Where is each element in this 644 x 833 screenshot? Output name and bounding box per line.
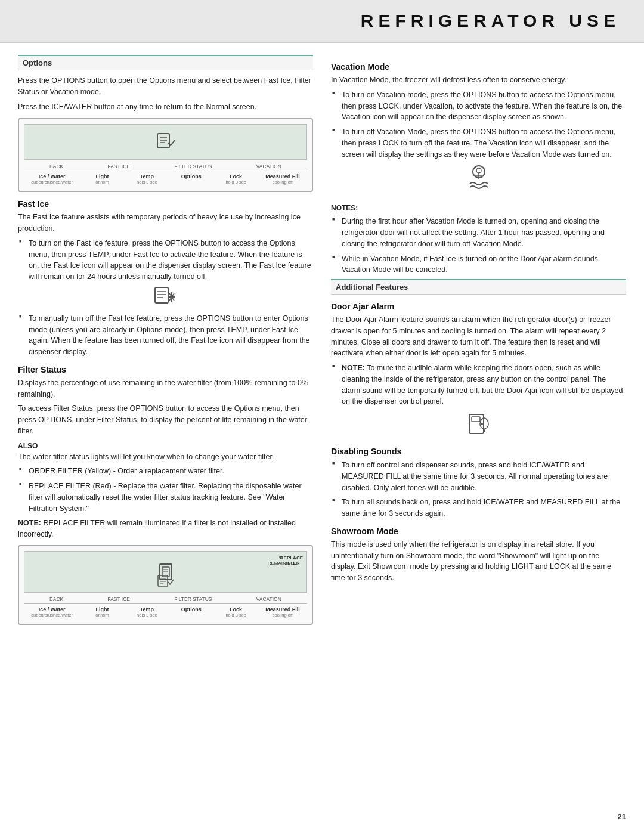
fast-ice-icon <box>155 132 177 151</box>
page-number: 21 <box>618 812 626 821</box>
svg-point-25 <box>481 423 483 425</box>
panel1-btn-measuredfill: Measured Fill cooling off <box>265 174 300 185</box>
door-ajar-bullets: NOTE: To mute the audible alarm while ke… <box>331 363 626 407</box>
options-section-title: Options <box>18 55 313 70</box>
page-title: REFRIGERATOR USE <box>24 11 620 31</box>
panel1-btn-light: Light on/dim <box>88 174 117 185</box>
svg-rect-24 <box>472 417 480 422</box>
panel1-btn-options: Options <box>177 174 206 185</box>
page-content: Options Press the OPTIONS button to open… <box>0 43 644 643</box>
panel1: BACK FAST ICE FILTER STATUS VACATION Ice… <box>18 118 313 192</box>
fast-ice-checklist-icon <box>154 286 178 308</box>
panel2-btn-icewater: Ice / Water cubed/crushed/water <box>31 606 73 618</box>
panel1-btn-temp: Temp hold 3 sec <box>132 174 162 185</box>
showroom-mode-para: This mode is used only when the refriger… <box>331 539 626 584</box>
filter-replace-bullet: REPLACE FILTER (Red) - Replace the water… <box>18 481 313 514</box>
disabling-sounds-bullet1: To turn off control and dispenser sounds… <box>331 460 626 493</box>
filter-status-para2: To access Filter Status, press the OPTIO… <box>18 403 313 436</box>
vacation-bullet2: To turn off Vacation Mode, press the OPT… <box>331 126 626 160</box>
right-column: Vacation Mode In Vacation Mode, the free… <box>331 55 626 631</box>
vacation-notes: During the first hour after Vacation Mod… <box>331 216 626 275</box>
panel1-labels-row: BACK FAST ICE FILTER STATUS VACATION <box>24 162 307 171</box>
panel2-btn-temp: Temp hold 3 sec <box>132 606 162 618</box>
options-para1: Press the OPTIONS button to open the Opt… <box>18 75 313 98</box>
fast-ice-title: Fast Ice <box>18 199 313 209</box>
filter-note: NOTE: REPLACE FILTER will remain illumin… <box>18 518 313 540</box>
disabling-sounds-bullets: To turn off control and dispenser sounds… <box>331 460 626 519</box>
panel1-label-filterstatus: FILTER STATUS <box>174 163 212 169</box>
svg-rect-4 <box>155 287 168 303</box>
fast-ice-bullets: To turn on the Fast Ice feature, press t… <box>18 238 313 283</box>
panel2-label-vacation: VACATION <box>256 596 281 602</box>
fast-ice-icon-center <box>18 286 313 309</box>
panel1-label-vacation: VACATION <box>256 163 281 169</box>
vacation-icon-area <box>331 165 626 199</box>
additional-features-title: Additional Features <box>331 279 626 295</box>
door-ajar-icon-area <box>331 412 626 439</box>
filter-status-bullets: ORDER FILTER (Yellow) - Order a replacem… <box>18 466 313 514</box>
vacation-icon <box>464 165 494 194</box>
door-ajar-para: The Door Ajar Alarm feature sounds an al… <box>331 314 626 359</box>
panel1-btn-lock: Lock hold 3 sec <box>221 174 251 185</box>
panel1-btn-icewater: Ice / Water cubed/crushed/water <box>31 174 73 185</box>
notes-label: NOTES: <box>331 204 358 212</box>
svg-point-20 <box>476 168 481 173</box>
panel2-btn-measuredfill: Measured Fill cooling off <box>265 606 300 618</box>
panel1-buttons-row: Ice / Water cubed/crushed/water Light on… <box>24 172 307 186</box>
disabling-sounds-bullet2: To turn all sounds back on, press and ho… <box>331 497 626 519</box>
options-para2: Press the ICE/WATER button at any time t… <box>18 101 313 113</box>
filter-order-bullet: ORDER FILTER (Yellow) - Order a replacem… <box>18 466 313 477</box>
showroom-mode-title: Showroom Mode <box>331 527 626 536</box>
panel2-screen: % REMAINING REPLACE FILTER <box>24 551 307 593</box>
also-block: ALSO The water filter status lights will… <box>18 442 313 463</box>
filter-status-para1: Displays the percentage of use remaining… <box>18 377 313 400</box>
panel1-label-back: BACK <box>49 163 63 169</box>
page-header: REFRIGERATOR USE <box>0 0 644 43</box>
fast-ice-intro: The Fast Ice feature assists with tempor… <box>18 212 313 234</box>
panel2-labels-row: BACK FAST ICE FILTER STATUS VACATION <box>24 595 307 604</box>
disabling-sounds-title: Disabling Sounds <box>331 447 626 456</box>
door-ajar-bullet1: NOTE: To mute the audible alarm while ke… <box>331 363 626 407</box>
panel2-btn-light: Light on/dim <box>88 606 117 618</box>
panel2: % REMAINING REPLACE FILTER <box>18 545 313 625</box>
panel2-label-back: BACK <box>49 596 63 602</box>
vacation-mode-bullets: To turn on Vacation mode, press the OPTI… <box>331 89 626 160</box>
svg-rect-0 <box>157 134 169 148</box>
panel2-buttons-row: Ice / Water cubed/crushed/water Light on… <box>24 605 307 619</box>
panel2-label-filterstatus: FILTER STATUS <box>174 596 212 602</box>
panel2-fastice-icon <box>157 575 174 588</box>
vacation-mode-title: Vacation Mode <box>331 62 626 72</box>
vacation-note1: During the first hour after Vacation Mod… <box>331 216 626 249</box>
filter-status-title: Filter Status <box>18 365 313 374</box>
door-ajar-icon <box>467 412 491 436</box>
panel1-label-fastice: FAST ICE <box>107 163 130 169</box>
panel2-btn-lock: Lock hold 3 sec <box>221 606 251 618</box>
vacation-mode-intro: In Vacation Mode, the freezer will defro… <box>331 75 626 86</box>
panel2-btn-options: Options <box>177 606 206 618</box>
also-text: The water filter status lights will let … <box>18 451 313 463</box>
fast-ice-bullet2: To manually turn off the Fast Ice featur… <box>18 313 313 358</box>
fast-ice-bullets2: To manually turn off the Fast Ice featur… <box>18 313 313 358</box>
svg-rect-15 <box>158 575 168 586</box>
vacation-bullet1: To turn on Vacation mode, press the OPTI… <box>331 89 626 123</box>
left-column: Options Press the OPTIONS button to open… <box>18 55 313 631</box>
panel2-label-fastice: FAST ICE <box>107 596 130 602</box>
also-label: ALSO <box>18 442 313 450</box>
vacation-note2: While in Vacation Mode, if Fast Ice is t… <box>331 253 626 276</box>
fast-ice-bullet1: To turn on the Fast Ice feature, press t… <box>18 238 313 283</box>
panel1-screen <box>24 124 307 160</box>
replace-filter-label: REPLACE FILTER <box>280 555 303 566</box>
door-ajar-title: Door Ajar Alarm <box>331 302 626 311</box>
